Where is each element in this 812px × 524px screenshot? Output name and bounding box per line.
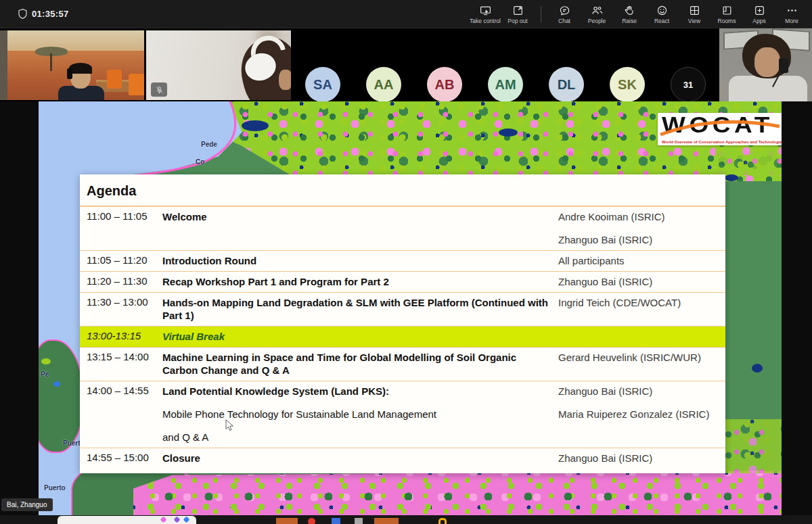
- toolbar-button-label: View: [688, 18, 700, 24]
- rooms-icon: [721, 5, 733, 16]
- agenda-presenter-cell: Andre Kooiman (ISRIC)Zhanguo Bai (ISRIC): [558, 210, 710, 246]
- video-tile-1[interactable]: [0, 30, 144, 100]
- agenda-topic-cell: Introduction Round: [162, 254, 558, 267]
- view-icon: [689, 5, 700, 16]
- agenda-time-cell: 13:15 – 14:00: [80, 351, 162, 377]
- agenda-topic-line: Mobile Phone Technology for Sustainable …: [162, 408, 550, 421]
- agenda-topic-cell: Welcome: [162, 210, 558, 246]
- agenda-topic-line: Closure: [162, 452, 550, 465]
- taskbar-app-icon: [308, 518, 315, 524]
- toolbar-button-chat[interactable]: Chat: [549, 1, 579, 28]
- participant-face: [754, 47, 780, 77]
- agenda-topic-cell: Land Potential Knowledge System (Land PK…: [162, 385, 558, 444]
- react-icon: [656, 5, 668, 16]
- teams-meeting-window: 01:35:57 Take controlPop out ChatPeopleR…: [0, 0, 812, 524]
- toolbar-button-label: More: [785, 18, 798, 24]
- presenter-name-tag: Bai, Zhanguo: [1, 498, 53, 511]
- agenda-row: 13:15 – 14:00Machine Learning in Space a…: [80, 348, 725, 381]
- wall-edge: [0, 30, 7, 100]
- agenda-topic-line: Recap Workshop Part 1 and Program for Pa…: [162, 275, 550, 288]
- map-speckle-bottom: [133, 471, 782, 515]
- map-water-body: [242, 120, 269, 131]
- mouse-cursor: [225, 419, 234, 431]
- toolbar-button-view[interactable]: View: [679, 1, 709, 28]
- toolbar-button-label: Chat: [558, 18, 570, 24]
- video-tile-3[interactable]: [719, 28, 812, 101]
- toolbar-button-label: Take control: [470, 18, 501, 24]
- agenda-topic-cell: Virtual Break: [162, 330, 558, 343]
- agenda-title: Agenda: [80, 174, 725, 207]
- toolbar-button-people[interactable]: People: [582, 1, 612, 28]
- land-cover-map: PedeCoPePuertPuerto WOCAT World Overview…: [39, 101, 782, 515]
- avatar: DL: [549, 67, 584, 102]
- orange-chair: [107, 70, 122, 89]
- toolbar-button-label: Apps: [752, 18, 765, 24]
- agenda-time-cell: 14:55 – 15:00: [80, 452, 162, 465]
- toolbar-divider: [541, 6, 541, 22]
- agenda-presenter-cell: Zhanguo Bai (ISRIC)Maria Ruiperez Gonzal…: [558, 385, 710, 444]
- agenda-topic-line: Hands-on Mapping Land Degradation & SLM …: [162, 296, 550, 322]
- toolbar-button-apps[interactable]: Apps: [744, 1, 774, 28]
- mic-muted-badge: [151, 82, 167, 97]
- agenda-topic-line: and Q & A: [162, 431, 550, 444]
- shared-desktop-taskbar-sliver: [0, 515, 812, 524]
- avatar: AB: [427, 67, 462, 102]
- agenda-presenter-line: Zhanguo Bai (ISRIC): [558, 275, 710, 288]
- map-place-label: Pede: [201, 141, 217, 148]
- toolbar-button-react[interactable]: React: [647, 1, 677, 28]
- meeting-elapsed-time: 01:35:57: [32, 9, 68, 19]
- raise-icon: [624, 5, 635, 16]
- toolbar-button-label: Pop out: [508, 18, 527, 24]
- avatar: AM: [488, 67, 523, 102]
- taskbar-app-icon: [276, 518, 298, 524]
- map-place-label: Pe: [41, 371, 49, 378]
- participants-count: 31: [671, 67, 706, 102]
- agenda-presenter-line: Zhanguo Bai (ISRIC): [558, 452, 710, 465]
- agenda-row: 11:30 – 13:00Hands-on Mapping Land Degra…: [80, 293, 725, 327]
- agenda-topic-line: Welcome: [162, 210, 550, 223]
- agenda-topic-line: Introduction Round: [162, 254, 550, 267]
- security-shield-icon: [17, 8, 28, 20]
- agenda-presenter-cell: [558, 330, 710, 343]
- agenda-presenter-line: Maria Ruiperez Gonzalez (ISRIC): [558, 408, 710, 421]
- agenda-presenter-line: All participants: [558, 254, 710, 267]
- agenda-row: 11:00 – 11:05WelcomeAndre Kooiman (ISRIC…: [80, 207, 725, 251]
- headphones: [67, 68, 72, 79]
- participant-filmstrip: SAAnand, Su...AAAbiola, Abdou ...ABBaby,…: [0, 28, 812, 101]
- pop-out-icon: [512, 5, 524, 16]
- toolbar-button-more[interactable]: More: [777, 1, 807, 28]
- agenda-row: 11:05 – 11:20Introduction RoundAll parti…: [80, 251, 725, 272]
- agenda-time-cell: 11:00 – 11:05: [80, 210, 162, 246]
- map-patch: [41, 358, 51, 364]
- map-place-label: Puerto: [44, 484, 66, 492]
- agenda-topic-line: Land Potential Knowledge System (Land PK…: [162, 385, 550, 398]
- toolbar-button-pop-out[interactable]: Pop out: [503, 1, 533, 28]
- participant-body: [729, 76, 807, 101]
- share-control-group: Take controlPop out: [470, 1, 533, 28]
- taskbar-app-icon: [355, 518, 363, 524]
- agenda-presenter-line: Ingrid Teich (CDE/WOCAT): [558, 296, 710, 309]
- toolbar-button-label: Rooms: [718, 18, 736, 24]
- more-icon: [786, 5, 798, 16]
- agenda-time-cell: 14:00 – 14:55: [80, 385, 162, 444]
- map-speckle-right-bottom: [722, 419, 782, 473]
- agenda-row: 11:20 – 11:30Recap Workshop Part 1 and P…: [80, 272, 725, 293]
- meeting-topbar: 01:35:57 Take controlPop out ChatPeopleR…: [0, 0, 812, 28]
- agenda-topic-cell: Closure: [162, 452, 558, 465]
- participant-face: [279, 70, 291, 90]
- agenda-topic-line: Virtual Break: [162, 330, 550, 343]
- map-water-body: [499, 128, 518, 137]
- mic-off-icon: [155, 85, 164, 94]
- agenda-topic-cell: Machine Learning in Space and Time for G…: [162, 351, 558, 377]
- toolbar-button-take-control[interactable]: Take control: [470, 1, 500, 28]
- video-tile-2[interactable]: [146, 30, 291, 100]
- wocat-logo: WOCAT World Overview of Conservation App…: [658, 113, 782, 145]
- agenda-time-cell: 11:30 – 13:00: [80, 296, 162, 322]
- chat-icon: [559, 5, 570, 16]
- toolbar-button-rooms[interactable]: Rooms: [712, 1, 742, 28]
- agenda-row: 13:00-13:15Virtual Break: [80, 327, 725, 348]
- agenda-presenter-cell: All participants: [558, 254, 710, 267]
- avatar: AA: [366, 67, 401, 102]
- toolbar-button-raise[interactable]: Raise: [614, 1, 644, 28]
- agenda-presenter-line: Andre Kooiman (ISRIC): [558, 210, 710, 223]
